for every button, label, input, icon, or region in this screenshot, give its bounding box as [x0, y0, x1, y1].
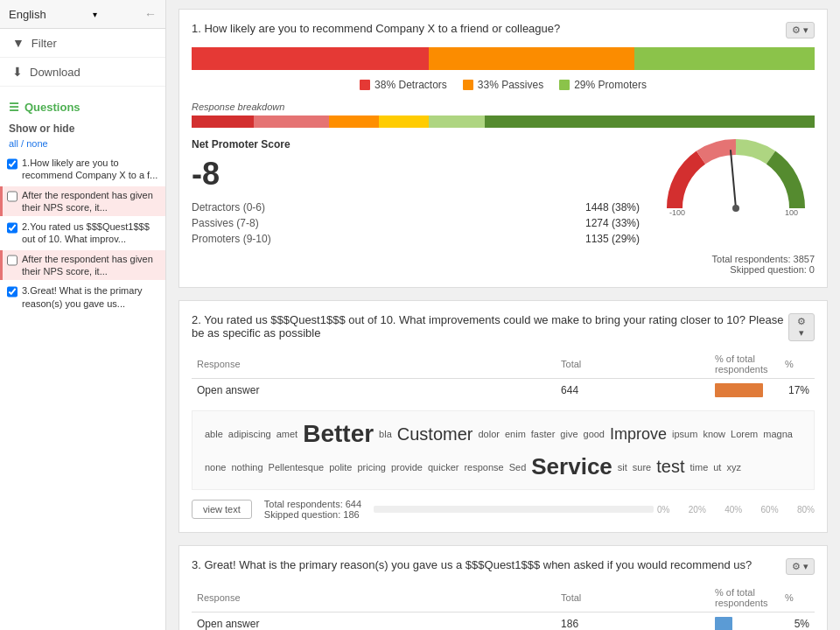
promoters-dot — [559, 80, 570, 90]
word-cloud-item[interactable]: pricing — [357, 462, 385, 472]
word-cloud-item[interactable]: enim — [505, 429, 526, 439]
q3-card: 3. Great! What is the primary reason(s) … — [178, 545, 828, 630]
word-cloud-item[interactable]: Improve — [610, 425, 667, 444]
passives-stat-label: Passives (7-8) — [192, 217, 259, 229]
q3-response-col-header: Response — [192, 584, 556, 612]
gauge-max-label: 100 — [785, 208, 798, 217]
detractors-stat-row: Detractors (0-6) 1448 (38%) — [192, 200, 640, 215]
word-cloud-item[interactable]: nothing — [231, 462, 262, 472]
gauge-container: -100 100 — [657, 138, 815, 217]
q1-title-row: 1. How likely are you to recommend Compa… — [192, 22, 815, 38]
download-label: Download — [30, 66, 80, 79]
q3-open-answer-bar — [715, 617, 732, 630]
language-label[interactable]: English — [9, 8, 46, 21]
pct-col-header: % of total respondents — [710, 350, 780, 379]
total-respondents: Total respondents: 3857 Skipped question… — [192, 254, 815, 275]
q2-title: 2. You rated us $$$Quest1$$$ out of 10. … — [192, 313, 788, 340]
filter-button[interactable]: ▼ Filter — [0, 29, 165, 58]
q3-checkbox[interactable] — [7, 286, 18, 298]
list-item: 3.Great! What is the primary reason(s) y… — [0, 282, 165, 312]
q1-card: 1. How likely are you to recommend Compa… — [178, 9, 828, 288]
word-cloud-item[interactable]: Customer — [397, 424, 473, 444]
word-cloud-item[interactable]: Sed — [509, 462, 527, 472]
q3-title-row: 3. Great! What is the primary reason(s) … — [192, 558, 815, 575]
word-cloud-item[interactable]: faster — [531, 429, 556, 439]
gauge-chart: -100 100 — [666, 138, 806, 217]
q3-response-table: Response Total % of total respondents % … — [192, 584, 815, 630]
word-cloud-item[interactable]: able — [205, 429, 223, 439]
q1-label: 1.How likely are you to recommend Compan… — [22, 157, 158, 182]
q3-open-answer-label: Open answer — [192, 612, 556, 631]
q3-open-answer-pct: 5% — [780, 612, 815, 631]
q3-gear-button[interactable]: ⚙ ▾ — [786, 558, 815, 575]
skipped-question-label: Skipped question: 0 — [192, 264, 815, 275]
word-cloud-item[interactable]: sit — [618, 462, 627, 472]
filter-icon: ▼ — [12, 36, 24, 50]
promoters-stat-value: 1135 (29%) — [585, 233, 640, 245]
q2-checkbox[interactable] — [7, 222, 18, 234]
q1b-label: After the respondent has given their NPS… — [22, 189, 158, 214]
net-promoter-score-label: Net Promoter Score — [192, 138, 640, 150]
pct-symbol-header: % — [780, 350, 815, 379]
all-none-links[interactable]: all / none — [0, 136, 165, 154]
word-cloud-item[interactable]: ipsum — [672, 429, 697, 439]
q1-title: 1. How likely are you to recommend Compa… — [192, 22, 560, 35]
q2-title-row: 2. You rated us $$$Quest1$$$ out of 10. … — [192, 313, 815, 341]
menu-icon: ☰ — [9, 101, 19, 114]
word-cloud-item[interactable]: provide — [391, 462, 423, 472]
promoters-segment — [634, 47, 815, 70]
word-cloud-item[interactable]: sure — [633, 462, 651, 472]
table-row: Open answer 644 17% — [192, 379, 815, 402]
word-cloud-item[interactable]: magna — [763, 429, 793, 439]
word-cloud-item[interactable]: good — [584, 429, 605, 439]
word-cloud-item[interactable]: give — [560, 429, 578, 439]
promoters-stat-row: Promoters (9-10) 1135 (29%) — [192, 231, 640, 247]
open-answer-bar — [715, 383, 763, 397]
filter-label: Filter — [32, 37, 57, 50]
word-cloud-item[interactable]: adipiscing — [228, 429, 271, 439]
word-cloud-item[interactable]: quicker — [428, 462, 458, 472]
all-link[interactable]: all — [9, 138, 18, 149]
word-cloud-item[interactable]: know — [703, 429, 725, 439]
word-cloud-item[interactable]: Better — [303, 420, 374, 448]
q2-gear-button[interactable]: ⚙ ▾ — [788, 313, 815, 341]
q3-title: 3. Great! What is the primary reason(s) … — [192, 558, 752, 571]
sidebar: English ▾ ← ▼ Filter ⬇ Download ☰ Questi… — [0, 0, 166, 630]
q2-label: 2.You rated us $$$Quest1$$$ out of 10. W… — [22, 220, 158, 246]
word-cloud-item[interactable]: ut — [713, 462, 721, 472]
promoters-legend-label: 29% Promoters — [574, 79, 647, 91]
none-link[interactable]: none — [26, 138, 47, 149]
questions-title: ☰ Questions — [0, 95, 165, 119]
q2b-checkbox[interactable] — [7, 255, 18, 266]
passives-dot — [463, 80, 473, 90]
word-cloud-item[interactable]: bla — [379, 429, 392, 439]
open-answer-total: 644 — [556, 379, 710, 402]
download-button[interactable]: ⬇ Download — [0, 58, 165, 87]
total-col-header: Total — [556, 350, 710, 379]
word-cloud-item[interactable]: Service — [531, 453, 612, 480]
nps-stats: Net Promoter Score -8 Detractors (0-6) 1… — [192, 138, 640, 247]
q2-total-respondents: Total respondents: 644 — [264, 499, 361, 509]
word-cloud-item[interactable]: Pellentesque — [269, 462, 325, 472]
pct-scale-bar — [374, 506, 654, 513]
view-text-button[interactable]: view text — [192, 500, 252, 519]
svg-line-0 — [731, 150, 736, 208]
passives-segment — [429, 47, 634, 70]
word-cloud-item[interactable]: xyz — [726, 462, 741, 472]
q3-open-answer-bar-cell — [710, 612, 780, 631]
table-row: Open answer 186 5% — [192, 612, 815, 631]
word-cloud-item[interactable]: test — [656, 457, 684, 477]
q1-gear-button[interactable]: ⚙ ▾ — [786, 22, 815, 38]
passives-legend-item: 33% Passives — [463, 79, 543, 91]
word-cloud-item[interactable]: response — [464, 462, 503, 472]
word-cloud-item[interactable]: Lorem — [731, 429, 758, 439]
q1-checkbox[interactable] — [7, 158, 18, 170]
response-col-header: Response — [192, 350, 556, 379]
back-arrow-icon[interactable]: ← — [144, 7, 157, 21]
word-cloud-item[interactable]: dolor — [479, 429, 500, 439]
word-cloud-item[interactable]: time — [690, 462, 708, 472]
q1b-checkbox[interactable] — [7, 191, 18, 202]
word-cloud-item[interactable]: none — [205, 462, 226, 472]
word-cloud-item[interactable]: amet — [276, 429, 298, 439]
word-cloud-item[interactable]: polite — [329, 462, 352, 472]
